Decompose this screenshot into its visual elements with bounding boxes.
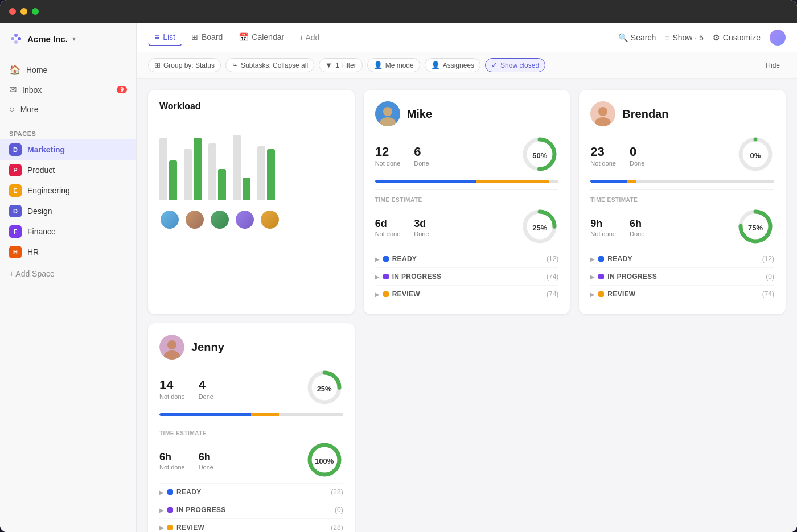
chip-subtasks[interactable]: ⤷ Subtasks: Collapse all — [225, 58, 314, 72]
customize-label: Customize — [723, 33, 761, 42]
logo-caret: ▾ — [72, 35, 76, 43]
jenny-review-count: (28) — [331, 523, 343, 531]
home-icon: 🏠 — [9, 64, 20, 75]
chip-group-by-status[interactable]: ⊞ Group by: Status — [148, 58, 221, 72]
chip-me-mode-label: Me mode — [385, 61, 414, 69]
mike-done: 6 Done — [414, 145, 429, 167]
jenny-status-inprogress[interactable]: ▶ IN PROGRESS (0) — [159, 501, 343, 518]
nav-items: 🏠 Home ✉ Inbox 9 ○ More — [0, 55, 136, 123]
svg-point-2 — [18, 37, 21, 40]
bar-group-5 — [257, 146, 275, 200]
brendan-statuses: ▶ READY (12) ▶ IN PROGRESS (0) — [590, 250, 774, 303]
nav-inbox[interactable]: ✉ Inbox 9 — [0, 80, 136, 100]
space-finance[interactable]: F Finance — [0, 221, 136, 242]
tab-calendar[interactable]: 📅 Calendar — [232, 29, 291, 46]
mike-time-label: TIME ESTIMATE — [375, 197, 559, 203]
space-engineering[interactable]: E Engineering — [0, 180, 136, 201]
svg-point-3 — [14, 40, 18, 44]
me-mode-icon: 👤 — [373, 61, 383, 69]
nav-more[interactable]: ○ More — [0, 100, 136, 119]
mike-status-review[interactable]: ▶ REVIEW (74) — [375, 285, 559, 303]
brendan-ready-label: READY — [607, 255, 632, 263]
brendan-progress-yellow — [627, 180, 636, 183]
add-space-label: + Add Space — [9, 269, 55, 278]
customize-icon: ⚙ — [713, 33, 720, 42]
app-logo[interactable]: Acme Inc. ▾ — [0, 23, 136, 55]
board-icon: ⊞ — [191, 32, 198, 42]
jenny-progress-yellow — [251, 413, 278, 416]
brendan-progress-bar — [590, 180, 774, 183]
tab-board-label: Board — [202, 32, 223, 42]
space-dot-design: D — [9, 205, 22, 217]
mike-ready-label: READY — [392, 255, 417, 263]
show-button[interactable]: ≡ Show · 5 — [665, 33, 704, 42]
chip-filter-label: 1 Filter — [335, 61, 356, 69]
brendan-progress-blue — [590, 180, 627, 183]
mike-ready-dot — [383, 256, 389, 262]
minimize-button[interactable] — [20, 8, 27, 15]
jenny-ready-chevron: ▶ — [159, 489, 164, 496]
brendan-time-done-label: Done — [630, 230, 644, 237]
jenny-time-not-done-label: Not done — [159, 464, 185, 471]
space-hr[interactable]: H HR — [0, 242, 136, 262]
brendan-review-chevron: ▶ — [590, 291, 595, 298]
space-design[interactable]: D Design — [0, 201, 136, 221]
space-dot-finance: F — [9, 225, 22, 238]
add-view-button[interactable]: + Add — [293, 30, 325, 46]
jenny-status-review[interactable]: ▶ REVIEW (28) — [159, 518, 343, 532]
list-icon: ≡ — [155, 32, 159, 42]
space-product[interactable]: P Product — [0, 160, 136, 180]
customize-button[interactable]: ⚙ Customize — [713, 33, 761, 42]
chip-assignees[interactable]: 👤 Assignees — [425, 58, 480, 72]
jenny-divider — [159, 423, 343, 423]
jenny-progress-bar — [159, 413, 343, 416]
tab-list-label: List — [163, 32, 175, 42]
search-label: Search — [631, 33, 656, 42]
fullscreen-button[interactable] — [32, 8, 39, 15]
chip-me-mode[interactable]: 👤 Me mode — [367, 58, 420, 72]
brendan-status-review[interactable]: ▶ REVIEW (74) — [590, 285, 774, 303]
add-space-button[interactable]: + Add Space — [0, 265, 136, 283]
sidebar: Acme Inc. ▾ 🏠 Home ✉ Inbox 9 ○ More Sp — [0, 23, 137, 532]
space-marketing[interactable]: D Marketing — [0, 139, 136, 160]
bar-gray-2 — [184, 149, 192, 200]
workload-card: Workload — [148, 90, 355, 314]
brendan-status-inprogress[interactable]: ▶ IN PROGRESS (0) — [590, 267, 774, 285]
chip-filter[interactable]: ▼ 1 Filter — [319, 58, 363, 72]
space-dot-marketing: D — [9, 143, 22, 156]
hide-button[interactable]: Hide — [760, 59, 786, 72]
jenny-inprogress-label: IN PROGRESS — [176, 506, 226, 514]
brendan-status-ready[interactable]: ▶ READY (12) — [590, 250, 774, 267]
space-dot-hr: H — [9, 246, 22, 258]
space-label-product: Product — [27, 166, 55, 175]
brendan-percent: 0% — [750, 151, 761, 160]
tab-list[interactable]: ≡ List — [148, 29, 182, 46]
spaces-header: Spaces — [0, 123, 136, 139]
search-button[interactable]: 🔍 Search — [618, 33, 656, 42]
svg-point-1 — [14, 34, 18, 37]
mike-inprogress-chevron: ▶ — [375, 274, 380, 280]
nav-home[interactable]: 🏠 Home — [0, 60, 136, 80]
tab-board[interactable]: ⊞ Board — [184, 29, 229, 46]
close-button[interactable] — [9, 8, 16, 15]
chip-assignees-label: Assignees — [443, 61, 474, 69]
jenny-status-ready[interactable]: ▶ READY (28) — [159, 483, 343, 501]
mike-inprogress-count: (74) — [547, 273, 558, 281]
inbox-icon: ✉ — [9, 84, 17, 95]
search-icon: 🔍 — [618, 33, 628, 42]
mike-donut: 50% — [521, 135, 558, 175]
jenny-progress-gray — [279, 413, 343, 416]
avatar[interactable] — [770, 30, 786, 46]
calendar-icon: 📅 — [239, 32, 248, 42]
jenny-name: Jenny — [191, 341, 224, 354]
mike-status-inprogress[interactable]: ▶ IN PROGRESS (74) — [375, 267, 559, 285]
brendan-time-donut: 75% — [737, 208, 774, 248]
mike-time-done-val: 3d — [414, 218, 429, 230]
bar-green-1 — [169, 160, 177, 200]
avatar-4 — [235, 209, 255, 230]
brendan-donut: 0% — [737, 135, 774, 175]
chip-show-closed[interactable]: ✓ Show closed — [485, 58, 545, 72]
mike-status-ready[interactable]: ▶ READY (12) — [375, 250, 559, 267]
cards-grid: Workload — [148, 90, 786, 532]
space-dot-engineering: E — [9, 184, 22, 197]
